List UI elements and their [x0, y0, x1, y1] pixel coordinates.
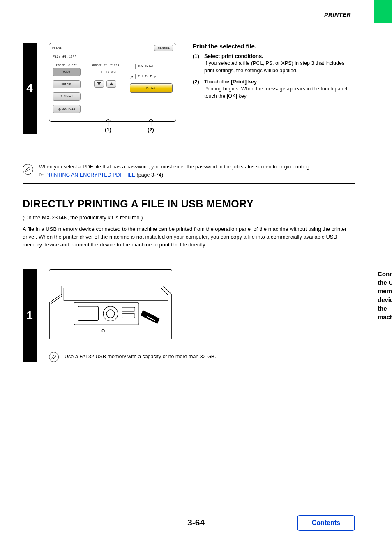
fit-to-page-checkbox[interactable]	[130, 74, 136, 79]
print-dialog: Print Cancel File-01.tiff Paper Select A…	[49, 43, 176, 122]
svg-rect-6	[122, 307, 135, 311]
sub-note-text: Use a FAT32 USB memory with a capacity o…	[65, 354, 216, 359]
printer-illustration	[49, 269, 172, 339]
dotted-divider	[49, 345, 365, 345]
spin-up-button[interactable]	[106, 80, 116, 88]
header-rule	[23, 20, 355, 20]
section-para-2: A file in a USB memory device connected …	[23, 226, 355, 249]
svg-point-8	[102, 329, 104, 332]
cancel-button[interactable]: Cancel	[154, 45, 173, 51]
section-heading: DIRECTLY PRINTING A FILE IN USB MEMORY	[23, 198, 355, 210]
svg-marker-0	[97, 82, 101, 85]
bw-print-label: B/W Print	[138, 65, 154, 68]
callout-1: (1)	[105, 127, 111, 133]
dialog-title: Print	[52, 46, 62, 50]
step1-title: Connect the USB memory device to the mac…	[378, 269, 392, 321]
section-para-1: (On the MX-2314N, the productivity kit i…	[23, 214, 355, 222]
svg-rect-7	[122, 314, 135, 318]
note-line-1: When you select a PDF file that has a pa…	[39, 164, 311, 170]
fit-to-page-label: Fit To Page	[138, 75, 157, 78]
step-number-1: 1	[23, 269, 37, 362]
sub-num-2: (2)	[193, 78, 204, 100]
sub-label-1: Select print conditions.	[204, 53, 355, 59]
num-prints-range: (1~999)	[106, 71, 116, 74]
svg-rect-3	[78, 306, 98, 321]
pencil-icon-2	[49, 352, 59, 362]
svg-point-4	[103, 306, 118, 321]
dialog-filename: File-01.tiff	[49, 53, 176, 60]
svg-point-5	[106, 310, 115, 318]
sub-num-1: (1)	[193, 53, 204, 74]
paper-select-button[interactable]: Auto	[53, 68, 81, 76]
output-button[interactable]: Output	[53, 80, 81, 88]
spin-down-button[interactable]	[94, 80, 104, 88]
quick-file-button[interactable]: Quick File	[53, 105, 81, 113]
pointer-icon: ☞	[39, 171, 44, 179]
step-number-4: 4	[23, 43, 37, 134]
section-header: PRINTER	[23, 12, 355, 18]
callout-2: (2)	[148, 127, 154, 133]
sub-desc-1: If you selected a file (PCL, PS, or XPS)…	[204, 60, 355, 74]
paper-select-label: Paper Select	[53, 64, 81, 67]
num-prints-label: Number of Prints	[85, 64, 126, 67]
note-link-suffix: (page 3-74)	[135, 172, 163, 178]
print-button[interactable]: Print	[130, 83, 173, 93]
note-link[interactable]: PRINTING AN ENCRYPTED PDF FILE	[45, 172, 135, 178]
sub-desc-2: Printing begins. When the message appear…	[204, 85, 355, 100]
bw-print-checkbox[interactable]	[130, 64, 136, 69]
contents-link[interactable]: Contents	[297, 515, 355, 531]
num-prints-value[interactable]: 1	[94, 69, 104, 75]
svg-marker-1	[109, 82, 113, 85]
step4-title: Print the selected file.	[193, 43, 355, 50]
two-sided-button[interactable]: 2-Sided	[53, 92, 81, 101]
pencil-icon	[23, 164, 33, 175]
sub-label-2: Touch the [Print] key.	[204, 78, 355, 85]
